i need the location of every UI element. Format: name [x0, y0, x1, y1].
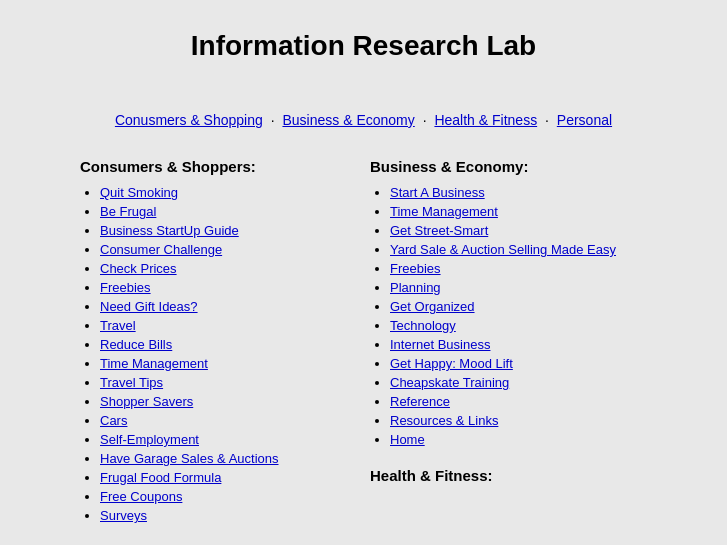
list-item: Reduce Bills: [100, 337, 350, 353]
list-item: Yard Sale & Auction Selling Made Easy: [390, 242, 667, 258]
link-self-employment[interactable]: Self-Employment: [100, 432, 199, 447]
link-resources-links[interactable]: Resources & Links: [390, 413, 498, 428]
link-planning[interactable]: Planning: [390, 280, 441, 295]
left-column: Consumers & Shoppers: Quit Smoking Be Fr…: [80, 158, 350, 527]
list-item: Surveys: [100, 508, 350, 524]
list-item: Reference: [390, 394, 667, 410]
list-item: Frugal Food Formula: [100, 470, 350, 486]
nav-bar: Conusmers & Shopping · Business & Econom…: [0, 82, 727, 148]
list-item: Freebies: [390, 261, 667, 277]
link-consumer-challenge[interactable]: Consumer Challenge: [100, 242, 222, 257]
right-column-title: Business & Economy:: [370, 158, 667, 175]
link-business-startup[interactable]: Business StartUp Guide: [100, 223, 239, 238]
list-item: Check Prices: [100, 261, 350, 277]
list-item: Get Street-Smart: [390, 223, 667, 239]
link-garage-sales[interactable]: Have Garage Sales & Auctions: [100, 451, 279, 466]
right-column-list: Start A Business Time Management Get Str…: [370, 185, 667, 448]
link-home[interactable]: Home: [390, 432, 425, 447]
nav-business-economy[interactable]: Business & Economy: [282, 112, 414, 128]
link-time-management-left[interactable]: Time Management: [100, 356, 208, 371]
left-column-title: Consumers & Shoppers:: [80, 158, 350, 175]
left-column-list: Quit Smoking Be Frugal Business StartUp …: [80, 185, 350, 524]
list-item: Be Frugal: [100, 204, 350, 220]
list-item: Freebies: [100, 280, 350, 296]
link-time-management-right[interactable]: Time Management: [390, 204, 498, 219]
nav-health-fitness[interactable]: Health & Fitness: [434, 112, 537, 128]
list-item: Business StartUp Guide: [100, 223, 350, 239]
link-be-frugal[interactable]: Be Frugal: [100, 204, 156, 219]
link-travel[interactable]: Travel: [100, 318, 136, 333]
nav-sep-3: ·: [545, 112, 549, 128]
page-title: Information Research Lab: [0, 0, 727, 82]
link-check-prices[interactable]: Check Prices: [100, 261, 177, 276]
link-freebies-right[interactable]: Freebies: [390, 261, 441, 276]
link-start-business[interactable]: Start A Business: [390, 185, 485, 200]
link-get-street-smart[interactable]: Get Street-Smart: [390, 223, 488, 238]
link-internet-business[interactable]: Internet Business: [390, 337, 490, 352]
link-need-gift-ideas[interactable]: Need Gift Ideas?: [100, 299, 198, 314]
list-item: Self-Employment: [100, 432, 350, 448]
list-item: Time Management: [100, 356, 350, 372]
list-item: Need Gift Ideas?: [100, 299, 350, 315]
link-travel-tips[interactable]: Travel Tips: [100, 375, 163, 390]
list-item: Cheapskate Training: [390, 375, 667, 391]
link-quit-smoking[interactable]: Quit Smoking: [100, 185, 178, 200]
list-item: Cars: [100, 413, 350, 429]
link-surveys[interactable]: Surveys: [100, 508, 147, 523]
list-item: Get Happy: Mood Lift: [390, 356, 667, 372]
link-technology[interactable]: Technology: [390, 318, 456, 333]
content-area: Consumers & Shoppers: Quit Smoking Be Fr…: [0, 148, 727, 545]
link-shopper-savers[interactable]: Shopper Savers: [100, 394, 193, 409]
list-item: Start A Business: [390, 185, 667, 201]
list-item: Travel: [100, 318, 350, 334]
list-item: Free Coupons: [100, 489, 350, 505]
nav-consumers-shopping[interactable]: Conusmers & Shopping: [115, 112, 263, 128]
link-yard-sale[interactable]: Yard Sale & Auction Selling Made Easy: [390, 242, 616, 257]
link-get-organized[interactable]: Get Organized: [390, 299, 475, 314]
list-item: Resources & Links: [390, 413, 667, 429]
list-item: Time Management: [390, 204, 667, 220]
link-freebies-left[interactable]: Freebies: [100, 280, 151, 295]
list-item: Home: [390, 432, 667, 448]
link-cars[interactable]: Cars: [100, 413, 127, 428]
link-frugal-food[interactable]: Frugal Food Formula: [100, 470, 221, 485]
list-item: Internet Business: [390, 337, 667, 353]
link-get-happy[interactable]: Get Happy: Mood Lift: [390, 356, 513, 371]
right-column: Business & Economy: Start A Business Tim…: [370, 158, 667, 527]
nav-sep-2: ·: [423, 112, 427, 128]
link-reduce-bills[interactable]: Reduce Bills: [100, 337, 172, 352]
list-item: Technology: [390, 318, 667, 334]
nav-personal[interactable]: Personal: [557, 112, 612, 128]
list-item: Get Organized: [390, 299, 667, 315]
list-item: Consumer Challenge: [100, 242, 350, 258]
list-item: Have Garage Sales & Auctions: [100, 451, 350, 467]
list-item: Travel Tips: [100, 375, 350, 391]
link-cheapskate-training[interactable]: Cheapskate Training: [390, 375, 509, 390]
nav-sep-1: ·: [271, 112, 275, 128]
link-reference[interactable]: Reference: [390, 394, 450, 409]
list-item: Shopper Savers: [100, 394, 350, 410]
list-item: Quit Smoking: [100, 185, 350, 201]
link-free-coupons[interactable]: Free Coupons: [100, 489, 182, 504]
health-fitness-title: Health & Fitness:: [370, 467, 667, 484]
list-item: Planning: [390, 280, 667, 296]
